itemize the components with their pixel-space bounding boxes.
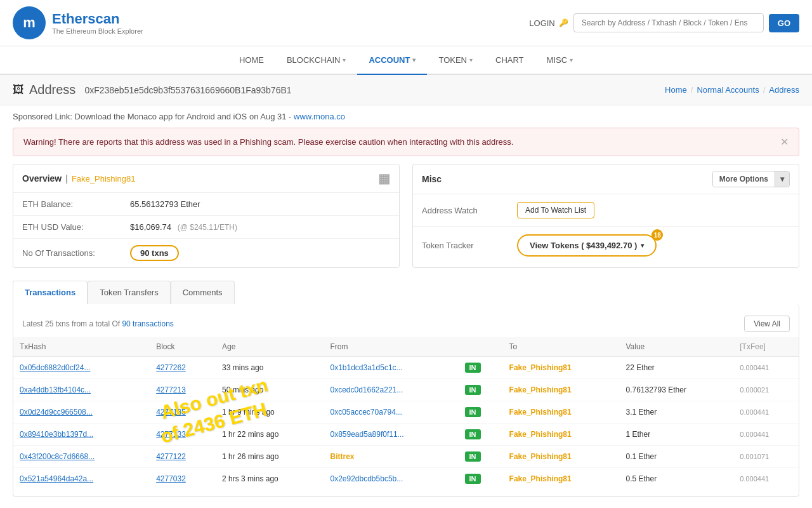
sponsored-link[interactable]: www.mona.co [294,112,345,121]
tx-hash-link[interactable]: 0x43f200c8c7d6668... [20,452,121,461]
table-info-text: Latest 25 txns from a total Of 90 transa… [22,319,174,328]
logo-subtitle: The Ethereum Block Explorer [52,27,143,35]
account-arrow: ▾ [412,57,416,64]
to-name: Fake_Phishing81 [509,385,572,394]
from-addr: 0xcedc0d1662a221... [330,385,412,394]
direction-badge: IN [465,385,481,395]
block-link[interactable]: 4277213 [156,385,186,394]
overview-panel: Overview | Fake_Phishing81 ▦ ETH Balance… [13,164,400,268]
login-label[interactable]: LOGIN [529,18,554,28]
col-from: From [324,337,458,357]
qr-icon[interactable]: ▦ [378,171,390,186]
header: m Etherscan The Ethereum Block Explorer … [0,0,812,46]
nav-chart[interactable]: CHART [484,46,535,75]
table-row: 0x0d24d9cc966508... 4277185 1 hr 9 mins … [13,401,799,424]
breadcrumb-normal-accounts[interactable]: Normal Accounts [697,85,759,95]
view-tokens-arrow-icon: ▾ [641,242,644,249]
table-row: 0x521a54964da42a... 4277032 2 hrs 3 mins… [13,468,799,490]
address-watch-row: Address Watch Add To Watch List [413,194,799,227]
search-input[interactable] [573,13,764,32]
value-cell: 0.76132793 Ether [619,379,733,401]
breadcrumb-current: Address [769,85,799,95]
fee-cell: 0.000441 [740,475,769,483]
page-address: 0xF238eb51e5dc9b3f5537631669660B1Fa93b76… [84,85,291,95]
transactions-table: TxHash Block Age From To Value [TxFee] 0… [13,337,799,490]
token-tracker-wrap: 18 View Tokens ( $439,492.70 ) ▾ [517,234,657,257]
logo-text: Etherscan The Ethereum Block Explorer [52,11,143,35]
page-icon: 🖼 [13,83,24,97]
overview-section: Overview | Fake_Phishing81 ▦ ETH Balance… [13,164,799,268]
breadcrumb-bar: 🖼 Address 0xF238eb51e5dc9b3f553763166966… [0,75,812,105]
value-cell: 0.1 Ether [619,446,733,468]
from-addr: Bittrex [330,452,412,461]
value-cell: 1 Ether [619,424,733,446]
table-row: 0x05dc6882d0cf24... 4277262 33 mins ago … [13,357,799,379]
table-header-row: TxHash Block Age From To Value [TxFee] [13,337,799,357]
table-row: 0x43f200c8c7d6668... 4277122 1 hr 26 min… [13,446,799,468]
fee-cell: 0.001071 [740,453,769,460]
tx-hash-link[interactable]: 0x0d24d9cc966508... [20,408,121,417]
age-cell: 33 mins ago [216,357,324,379]
nav-home[interactable]: HOME [228,46,275,75]
blockchain-arrow: ▾ [343,57,346,64]
to-name: Fake_Phishing81 [509,474,572,483]
age-cell: 1 hr 22 mins ago [216,424,324,446]
nav-misc[interactable]: MISC ▾ [535,46,585,75]
overview-header: Overview | Fake_Phishing81 ▦ [13,164,399,193]
age-cell: 1 hr 9 mins ago [216,401,324,424]
breadcrumb-home[interactable]: Home [665,85,687,95]
block-link[interactable]: 4277262 [156,363,186,372]
tx-hash-link[interactable]: 0x05dc6882d0cf24... [20,363,121,372]
block-link[interactable]: 4277133 [156,430,186,439]
txn-count-row: No Of Transactions: 90 txns [13,239,399,267]
from-addr: 0x859ead5a89f0f11... [330,430,412,439]
warning-close[interactable]: ✕ [780,136,789,148]
breadcrumb-sep2: / [763,85,766,95]
table-info-bar: Latest 25 txns from a total Of 90 transa… [13,311,799,337]
block-link[interactable]: 4277122 [156,452,186,461]
fake-label: Fake_Phishing81 [72,174,135,184]
table-row: 0x89410e3bb1397d... 4277133 1 hr 22 mins… [13,424,799,446]
tab-token-transfers[interactable]: Token Transfers [88,281,171,304]
view-all-button[interactable]: View All [744,316,790,332]
eth-usd-value: $16,069.74 (@ $245.11/ETH) [130,222,237,232]
misc-title: Misc [422,174,442,184]
txn-count-link[interactable]: 90 transactions [122,319,173,328]
block-link[interactable]: 4277032 [156,474,186,483]
nav-blockchain[interactable]: BLOCKCHAIN ▾ [275,46,358,75]
nav-account[interactable]: ACCOUNT ▾ [357,46,427,75]
block-link[interactable]: 4277185 [156,408,186,417]
misc-panel: Misc More Options ▾ Address Watch Add To… [412,164,799,268]
page-title-area: 🖼 Address 0xF238eb51e5dc9b3f553763166966… [13,83,292,97]
nav-token[interactable]: TOKEN ▾ [427,46,484,75]
col-txhash: TxHash [13,337,150,357]
login-area: LOGIN 🔑 [529,18,568,28]
tab-transactions[interactable]: Transactions [13,281,88,304]
tab-comments[interactable]: Comments [171,281,235,304]
txn-count-badge[interactable]: 90 txns [130,245,179,261]
eth-balance-value: 65.56132793 Ether [130,199,200,209]
eth-balance-label: ETH Balance: [22,199,130,209]
token-count-badge: 18 [652,229,663,241]
to-name: Fake_Phishing81 [509,363,572,372]
warning-text: Warning! There are reports that this add… [23,137,513,147]
more-options-button[interactable]: More Options ▾ [712,171,790,187]
overview-title: Overview | Fake_Phishing81 [22,173,135,184]
tx-hash-link[interactable]: 0x521a54964da42a... [20,474,121,483]
fee-cell: 0.000021 [740,386,769,394]
view-tokens-button[interactable]: View Tokens ( $439,492.70 ) ▾ [517,234,657,257]
add-to-watchlist-button[interactable]: Add To Watch List [517,202,594,218]
misc-arrow: ▾ [570,57,573,64]
tabs-bar: Transactions Token Transfers Comments [13,281,799,304]
logo-title: Etherscan [52,11,143,27]
fee-cell: 0.000441 [740,431,769,438]
more-options-arrow-icon: ▾ [775,171,789,187]
value-cell: 3.1 Ether [619,401,733,424]
logo-area: m Etherscan The Ethereum Block Explorer [13,6,143,39]
tx-hash-link[interactable]: 0x89410e3bb1397d... [20,430,121,439]
txn-count-label: No Of Transactions: [22,248,130,258]
table-section: Latest 25 txns from a total Of 90 transa… [13,304,799,497]
age-cell: 1 hr 26 mins ago [216,446,324,468]
tx-hash-link[interactable]: 0xa4ddb13fb4104c... [20,385,121,394]
search-button[interactable]: GO [769,14,799,32]
